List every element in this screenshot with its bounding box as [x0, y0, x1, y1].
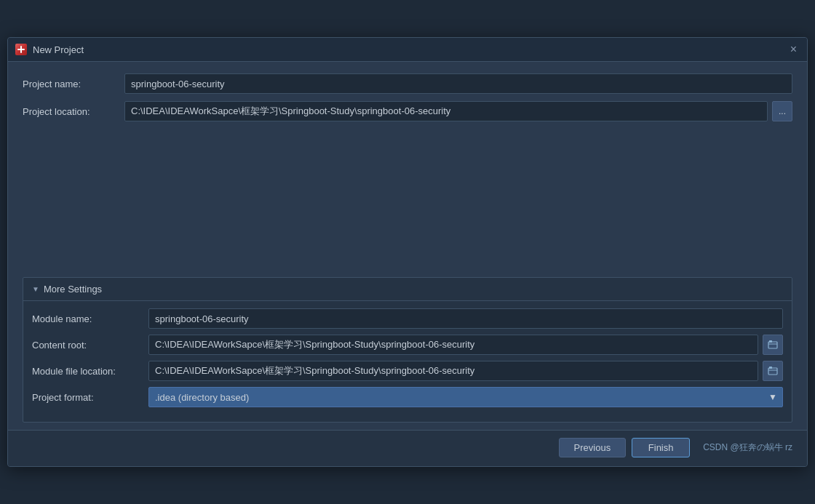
module-file-location-label: Module file location:: [32, 366, 148, 377]
module-file-location-input[interactable]: [148, 361, 758, 381]
svg-rect-5: [769, 367, 772, 369]
app-icon: [15, 44, 27, 55]
content-root-browse-button[interactable]: [763, 335, 783, 355]
finish-button[interactable]: Finish: [632, 438, 690, 457]
middle-area: [23, 129, 792, 274]
content-root-input-wrap: [148, 335, 783, 355]
module-file-location-input-wrap: [148, 361, 783, 381]
content-root-label: Content root:: [32, 340, 148, 351]
project-location-row: Project location: ...: [23, 101, 792, 121]
module-name-label: Module name:: [32, 313, 148, 324]
more-settings-label: More Settings: [44, 284, 102, 295]
content-root-input[interactable]: [148, 335, 758, 355]
more-settings-section: ▼ More Settings Module name: Content roo…: [23, 277, 792, 423]
project-format-select[interactable]: .idea (directory based) Eclipse (.classp…: [148, 387, 783, 407]
project-name-input-wrap: [124, 73, 792, 94]
browse-button[interactable]: ...: [772, 101, 792, 121]
project-location-label: Project location:: [23, 106, 124, 117]
svg-rect-4: [768, 368, 777, 375]
svg-rect-3: [769, 340, 772, 343]
project-name-row: Project name:: [23, 73, 792, 94]
project-name-input[interactable]: [124, 73, 792, 94]
project-location-input-wrap: ...: [124, 101, 792, 121]
chevron-down-icon: ▼: [32, 285, 39, 293]
dialog-footer: Previous Finish CSDN @狂奔の蜗牛 rz: [8, 430, 807, 466]
project-format-label: Project format:: [32, 392, 148, 403]
module-file-location-browse-button[interactable]: [763, 361, 783, 381]
svg-rect-1: [20, 46, 22, 53]
title-bar: New Project ×: [8, 38, 807, 62]
previous-button[interactable]: Previous: [559, 438, 627, 457]
dialog-content: Project name: Project location: ... ▼ Mo…: [8, 62, 807, 430]
project-format-select-wrap: .idea (directory based) Eclipse (.classp…: [148, 387, 783, 407]
module-name-row: Module name:: [32, 308, 783, 329]
module-file-location-row: Module file location:: [32, 361, 783, 381]
close-button[interactable]: ×: [787, 42, 800, 57]
dialog-title: New Project: [33, 44, 782, 55]
watermark: CSDN @狂奔の蜗牛 rz: [703, 441, 792, 454]
module-name-input-wrap: [148, 308, 783, 329]
more-settings-body: Module name: Content root:: [23, 301, 792, 422]
module-name-input[interactable]: [148, 308, 783, 329]
project-location-input[interactable]: [124, 101, 768, 121]
project-name-label: Project name:: [23, 79, 124, 89]
select-container: .idea (directory based) Eclipse (.classp…: [148, 387, 783, 407]
content-root-row: Content root:: [32, 335, 783, 355]
more-settings-header[interactable]: ▼ More Settings: [23, 278, 792, 301]
svg-rect-2: [768, 342, 777, 348]
new-project-dialog: New Project × Project name: Project loca…: [7, 37, 808, 467]
project-format-row: Project format: .idea (directory based) …: [32, 387, 783, 407]
